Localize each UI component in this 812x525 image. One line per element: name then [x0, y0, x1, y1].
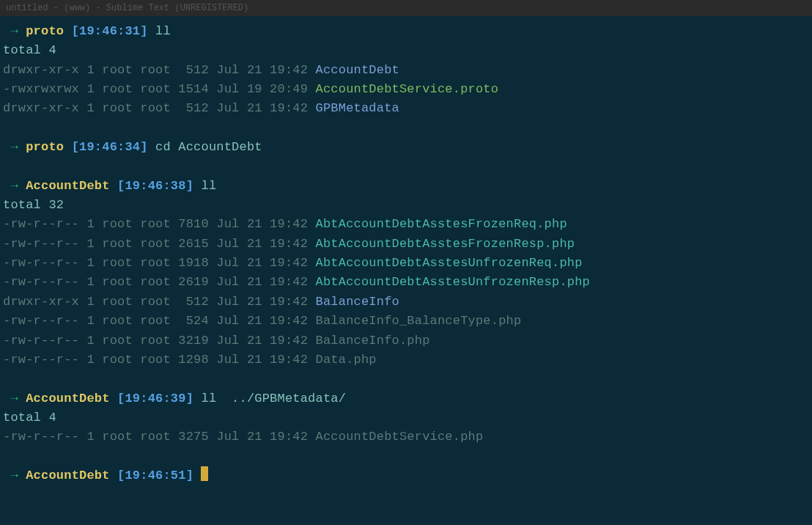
- prompt-cwd: AccountDebt: [26, 392, 109, 405]
- file-row: -rw-r--r-- 1 root root 3275 Jul 21 19:42…: [3, 427, 809, 447]
- command-arg: ../GPBMetadata/: [224, 392, 346, 405]
- file-perms: drwxr-xr-x: [3, 295, 79, 309]
- file-row: -rw-r--r-- 1 root root 2615 Jul 21 19:42…: [3, 235, 809, 254]
- prompt-timestamp: [19:46:31]: [72, 24, 148, 38]
- file-owner: root: [102, 430, 133, 444]
- file-owner: root: [102, 334, 133, 348]
- file-links: 1: [86, 63, 94, 77]
- file-links: 1: [86, 334, 94, 348]
- file-links: 1: [86, 101, 94, 115]
- file-size: 1514: [178, 82, 209, 96]
- file-date: Jul 21 19:42: [216, 256, 308, 270]
- blank-line: [3, 157, 809, 176]
- prompt-arrow-icon: →: [3, 392, 26, 405]
- file-perms: -rw-r--r--: [3, 334, 79, 348]
- file-links: 1: [86, 314, 94, 328]
- file-links: 1: [86, 217, 94, 231]
- blank-line: [3, 447, 809, 466]
- file-size: 1918: [178, 256, 209, 270]
- blank-line: [3, 370, 809, 389]
- blank-line: [3, 119, 809, 138]
- file-group: root: [140, 314, 171, 328]
- file-perms: -rw-r--r--: [3, 275, 79, 289]
- file-date: Jul 21 19:42: [216, 295, 308, 309]
- prompt-cwd: proto: [26, 140, 64, 154]
- total-line: total 4: [3, 408, 809, 427]
- file-row: drwxr-xr-x 1 root root 512 Jul 21 19:42 …: [3, 61, 809, 80]
- total-line: total 32: [3, 196, 809, 215]
- prompt-cwd: AccountDebt: [26, 469, 109, 482]
- file-owner: root: [102, 101, 133, 115]
- file-name: AbtAccountDebtAsstesFrozenResp.php: [316, 237, 575, 251]
- file-group: root: [140, 256, 171, 270]
- prompt-arrow-icon: →: [3, 469, 26, 482]
- file-perms: -rw-r--r--: [3, 430, 79, 444]
- total-line: total 4: [3, 41, 809, 60]
- prompt-line: → AccountDebt [19:46:39] ll ../GPBMetada…: [3, 389, 809, 408]
- file-links: 1: [86, 256, 94, 270]
- file-group: root: [140, 275, 171, 289]
- file-owner: root: [102, 275, 133, 289]
- file-size: 2615: [178, 237, 209, 251]
- prompt-line: → proto [19:46:34] cd AccountDebt: [3, 138, 809, 157]
- file-links: 1: [86, 82, 94, 96]
- file-row: -rw-r--r-- 1 root root 7810 Jul 21 19:42…: [3, 215, 809, 234]
- file-date: Jul 21 19:42: [216, 334, 308, 348]
- file-size: 512: [178, 295, 209, 309]
- file-name: AbtAccountDebtAsstesUnfrozenReq.php: [316, 256, 583, 270]
- terminal-output[interactable]: → proto [19:46:31] lltotal 4drwxr-xr-x 1…: [0, 16, 812, 488]
- file-name: GPBMetadata: [316, 101, 399, 115]
- file-links: 1: [86, 275, 94, 289]
- file-perms: -rw-r--r--: [3, 314, 79, 328]
- file-links: 1: [86, 353, 94, 367]
- file-date: Jul 21 19:42: [216, 101, 308, 115]
- file-date: Jul 21 19:42: [216, 275, 308, 289]
- file-row: drwxr-xr-x 1 root root 512 Jul 21 19:42 …: [3, 293, 809, 312]
- prompt-timestamp: [19:46:51]: [117, 469, 193, 482]
- file-size: 3275: [178, 430, 209, 444]
- file-owner: root: [102, 237, 133, 251]
- prompt-cwd: AccountDebt: [26, 179, 109, 193]
- file-row: -rw-r--r-- 1 root root 1918 Jul 21 19:42…: [3, 254, 809, 273]
- file-size: 3219: [178, 334, 209, 348]
- file-perms: -rw-r--r--: [3, 256, 79, 270]
- window-title: untitled - (www) - Sublime Text (UNREGIS…: [6, 1, 248, 15]
- file-perms: -rw-r--r--: [3, 237, 79, 251]
- file-name: AccountDebtService.proto: [316, 82, 499, 96]
- file-date: Jul 19 20:49: [216, 82, 308, 96]
- file-name: Data.php: [316, 353, 377, 367]
- file-perms: -rw-r--r--: [3, 217, 79, 231]
- file-owner: root: [102, 217, 133, 231]
- file-size: 512: [178, 101, 209, 115]
- file-owner: root: [102, 256, 133, 270]
- file-perms: drwxr-xr-x: [3, 101, 79, 115]
- file-row: -rw-r--r-- 1 root root 524 Jul 21 19:42 …: [3, 312, 809, 331]
- file-row: -rw-r--r-- 1 root root 1298 Jul 21 19:42…: [3, 350, 809, 370]
- file-date: Jul 21 19:42: [216, 314, 308, 328]
- file-date: Jul 21 19:42: [216, 63, 308, 77]
- command-text: ll: [155, 24, 171, 38]
- file-row: -rw-r--r-- 1 root root 2619 Jul 21 19:42…: [3, 273, 809, 292]
- file-size: 7810: [178, 217, 209, 231]
- file-group: root: [140, 430, 171, 444]
- file-name: AccountDebt: [316, 63, 399, 77]
- prompt-timestamp: [19:46:34]: [72, 140, 148, 154]
- prompt-arrow-icon: →: [3, 24, 26, 38]
- file-name: AbtAccountDebtAsstesFrozenReq.php: [316, 217, 567, 231]
- file-links: 1: [86, 237, 94, 251]
- file-size: 1298: [178, 353, 209, 367]
- file-row: drwxr-xr-x 1 root root 512 Jul 21 19:42 …: [3, 99, 809, 118]
- file-date: Jul 21 19:42: [216, 430, 308, 444]
- prompt-line: → AccountDebt [19:46:38] ll: [3, 177, 809, 196]
- file-links: 1: [86, 430, 94, 444]
- file-perms: -rwxrwxrwx: [3, 82, 79, 96]
- command-text: ll: [201, 392, 224, 405]
- file-name: BalanceInfo_BalanceType.php: [316, 314, 522, 328]
- file-group: root: [140, 334, 171, 348]
- command-text: ll: [201, 179, 216, 193]
- file-row: -rwxrwxrwx 1 root root 1514 Jul 19 20:49…: [3, 80, 809, 99]
- file-date: Jul 21 19:42: [216, 353, 308, 367]
- prompt-cwd: proto: [26, 24, 64, 38]
- file-name: BalanceInfo.php: [316, 334, 430, 348]
- file-owner: root: [102, 63, 133, 77]
